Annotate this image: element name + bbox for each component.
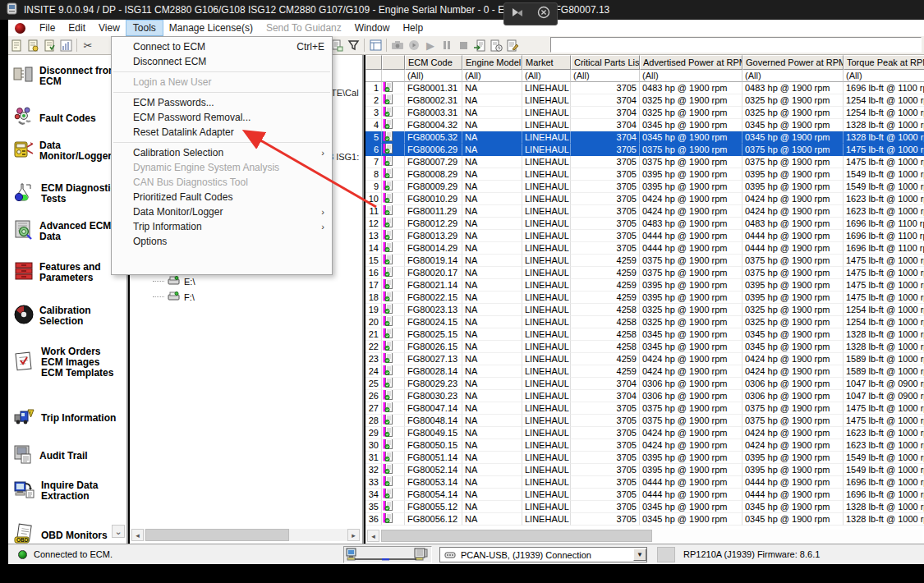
table-row[interactable]: 9FG80009.29NALINEHAUL37050395 hp @ 1900 … <box>365 181 924 193</box>
menu-item-trip-information[interactable]: Trip Information› <box>112 219 332 234</box>
menu-item-options[interactable]: Options <box>112 234 332 249</box>
shrink-icon[interactable] <box>511 7 524 21</box>
play-icon[interactable]: ▶ <box>422 38 439 53</box>
menubar-item-manage-license-s-[interactable]: Manage License(s) <box>163 21 260 35</box>
table-row[interactable]: 3FG80003.31NALINEHAUL37040325 hp @ 1900 … <box>365 107 924 119</box>
menubar-item-help[interactable]: Help <box>396 21 430 35</box>
save-workorder-icon[interactable] <box>41 38 57 53</box>
table-row[interactable]: 12FG80012.29NALINEHAUL37050483 hp @ 1900… <box>365 218 924 230</box>
scroll-left-arrow[interactable]: ◂ <box>131 529 144 541</box>
table-row[interactable]: 18FG80022.15NALINEHAUL42590395 hp @ 1900… <box>365 292 924 304</box>
adapter-connection-select[interactable]: PCAN-USB, (J1939) Connection ▼ <box>439 547 647 562</box>
menubar-item-tools[interactable]: Tools <box>126 21 163 35</box>
table-row[interactable]: 10FG80010.29NALINEHAUL37050424 hp @ 1900… <box>365 193 924 205</box>
table-horizontal-scrollbar[interactable]: ◂ <box>367 530 922 542</box>
menubar-item-window[interactable]: Window <box>348 21 397 35</box>
menu-item-prioritized-fault-codes[interactable]: Prioritized Fault Codes <box>112 190 332 204</box>
header-torque-peak[interactable]: Torque Peak at RPM <box>844 55 924 70</box>
tree-horizontal-scrollbar[interactable]: ◂ ▸ <box>131 529 360 541</box>
table-row[interactable]: 24FG80028.14NALINEHAUL42590424 hp @ 1900… <box>365 365 924 378</box>
menu-item-reset-datalink-adapter[interactable]: Reset Datalink Adapter <box>112 125 332 140</box>
open-workorder-icon[interactable] <box>25 38 41 53</box>
snapshot-icon[interactable] <box>389 38 406 53</box>
menu-item-ecm-passwords[interactable]: ECM Passwords... <box>112 95 332 110</box>
sidebar-item-data-monitor-logger[interactable]: Data Monitor/Logger <box>13 139 126 163</box>
record-icon[interactable] <box>406 38 422 53</box>
table-row[interactable]: 17FG80021.14NALINEHAUL42590395 hp @ 1900… <box>365 279 924 292</box>
header-critical-parts[interactable]: Critical Parts List <box>571 55 640 70</box>
dropdown-arrow-icon[interactable]: ▼ <box>633 549 646 561</box>
menu-item-login-a-new-user[interactable]: Login a New User <box>112 75 332 90</box>
sidebar-item-disconnect-from-ecm[interactable]: Disconnect from ECM <box>13 65 126 88</box>
header-governed-power[interactable]: Governed Power at RPM <box>742 55 844 70</box>
table-row[interactable]: 11FG80011.29NALINEHAUL37050424 hp @ 1900… <box>365 205 924 218</box>
scroll-right-arrow[interactable]: ▸ <box>347 529 360 541</box>
menu-item-data-monitor-logger[interactable]: Data Monitor/Logger› <box>112 204 332 219</box>
scroll-thumb[interactable] <box>381 530 652 542</box>
table-row[interactable]: 29FG80049.15NALINEHAUL37050424 hp @ 1900… <box>365 427 924 439</box>
menubar-item-view[interactable]: View <box>92 21 126 35</box>
sidebar-item-calibration-selection[interactable]: Calibration Selection <box>13 304 126 328</box>
sidebar-item-ecm-diagnostic-tests[interactable]: ECM Diagnostic Tests <box>13 181 126 206</box>
sidebar-item-trip-information[interactable]: !Trip Information <box>13 406 126 429</box>
table-row[interactable]: 34FG80054.14NALINEHAUL37050444 hp @ 1900… <box>365 489 924 501</box>
table-row[interactable]: 32FG80052.14NALINEHAUL37050395 hp @ 1900… <box>365 464 924 476</box>
menu-item-calibration-selection[interactable]: Calibration Selection› <box>112 145 332 160</box>
header-rownum[interactable] <box>365 55 382 70</box>
filter-engine-model[interactable]: (All) <box>462 70 522 82</box>
table-row[interactable]: 20FG80024.15NALINEHAUL42580325 hp @ 1900… <box>365 316 924 328</box>
menubar-item-file[interactable]: File <box>33 21 62 35</box>
sidebar-item-work-orders-ecm-images-ecm-templates[interactable]: Work Orders ECM Images ECM Templates <box>13 347 126 379</box>
tree-drive-item[interactable]: F:\ <box>153 291 195 303</box>
table-row[interactable]: 16FG80020.17NALINEHAUL42590375 hp @ 1900… <box>365 267 924 279</box>
header-advertised-power[interactable]: Advertised Power at RPM <box>640 55 742 70</box>
edit-log-icon[interactable] <box>504 38 521 53</box>
header-ecm-code[interactable]: ECM Code <box>405 55 462 70</box>
table-row[interactable]: 33FG80053.14NALINEHAUL37050444 hp @ 1900… <box>365 476 924 489</box>
sidebar-item-inquire-data-extraction[interactable]: Inquire Data Extraction <box>13 479 126 503</box>
filter-market[interactable]: (All) <box>522 70 571 82</box>
sidebar-item-audit-trail[interactable]: Audit Trail <box>13 443 126 468</box>
menubar-item-edit[interactable]: Edit <box>62 21 92 35</box>
sidebar-item-features-and-parameters[interactable]: Features and Parameters <box>13 260 126 285</box>
table-row[interactable]: 31FG80051.14NALINEHAUL37050395 hp @ 1900… <box>365 452 924 464</box>
table-row[interactable]: 28FG80048.14NALINEHAUL37050375 hp @ 1900… <box>365 415 924 427</box>
table-row[interactable]: 30FG80050.15NALINEHAUL37050424 hp @ 1900… <box>365 439 924 452</box>
table-row[interactable]: 4FG80004.32NALINEHAUL37040345 hp @ 1900 … <box>365 119 924 131</box>
table-row[interactable]: 5FG80005.32NALINEHAUL37040345 hp @ 1900 … <box>365 131 924 144</box>
table-row[interactable]: 8FG80008.29NALINEHAUL37050395 hp @ 1900 … <box>365 168 924 181</box>
table-row[interactable]: 15FG80019.14NALINEHAUL42590375 hp @ 1900… <box>365 255 924 267</box>
header-market[interactable]: Market <box>522 55 571 70</box>
scroll-thumb[interactable] <box>145 529 289 541</box>
menu-item-disconnect-ecm[interactable]: Disconnect ECM <box>112 54 332 69</box>
new-workorder-icon[interactable] <box>8 38 25 53</box>
scroll-left-arrow[interactable]: ◂ <box>367 530 379 542</box>
table-row[interactable]: 23FG80027.13NALINEHAUL42590424 hp @ 1900… <box>365 353 924 365</box>
table-row[interactable]: 26FG80030.23NALINEHAUL37040306 hp @ 1900… <box>365 390 924 402</box>
menubar-item-send-to-guidanz[interactable]: Send To Guidanz <box>260 21 348 35</box>
cut-icon[interactable]: ✂ <box>80 38 96 53</box>
table-row[interactable]: 21FG80025.15NALINEHAUL42580345 hp @ 1900… <box>365 328 924 341</box>
filter-icon[interactable] <box>345 38 361 53</box>
table-row[interactable]: 6FG80006.29NALINEHAUL37050375 hp @ 1900 … <box>365 144 924 156</box>
sidebar-item-fault-codes[interactable]: Fault Codes <box>13 106 126 131</box>
table-row[interactable]: 27FG80047.14NALINEHAUL37050375 hp @ 1900… <box>365 402 924 415</box>
menu-item-ecm-password-removal[interactable]: ECM Password Removal... <box>112 110 332 125</box>
table-row[interactable]: 2FG80002.31NALINEHAUL37040325 hp @ 1900 … <box>365 94 924 107</box>
table-row[interactable]: 14FG80014.29NALINEHAUL37050444 hp @ 1900… <box>365 242 924 255</box>
table-row[interactable]: 1FG80001.31NALINEHAUL37050483 hp @ 1900 … <box>365 82 924 94</box>
sidebar-item-advanced-ecm-data[interactable]: Advanced ECM Data <box>13 219 126 244</box>
pause-icon[interactable] <box>439 38 455 53</box>
filter-critical-parts[interactable]: (All) <box>571 70 640 82</box>
import-data-icon[interactable] <box>471 38 488 53</box>
chart-icon[interactable] <box>57 38 74 53</box>
close-icon[interactable] <box>537 6 550 22</box>
window-layout-icon[interactable] <box>367 38 384 53</box>
filter-ecm-code[interactable]: (All) <box>405 70 462 82</box>
stop-icon[interactable] <box>455 38 471 53</box>
filter-governed-power[interactable]: (All) <box>742 70 844 82</box>
tree-drive-item[interactable]: E:\ <box>153 275 195 287</box>
filter-torque-peak[interactable]: (All) <box>844 70 924 82</box>
log-history-icon[interactable] <box>488 38 504 53</box>
table-row[interactable]: 13FG80013.29NALINEHAUL37050444 hp @ 1900… <box>365 230 924 242</box>
